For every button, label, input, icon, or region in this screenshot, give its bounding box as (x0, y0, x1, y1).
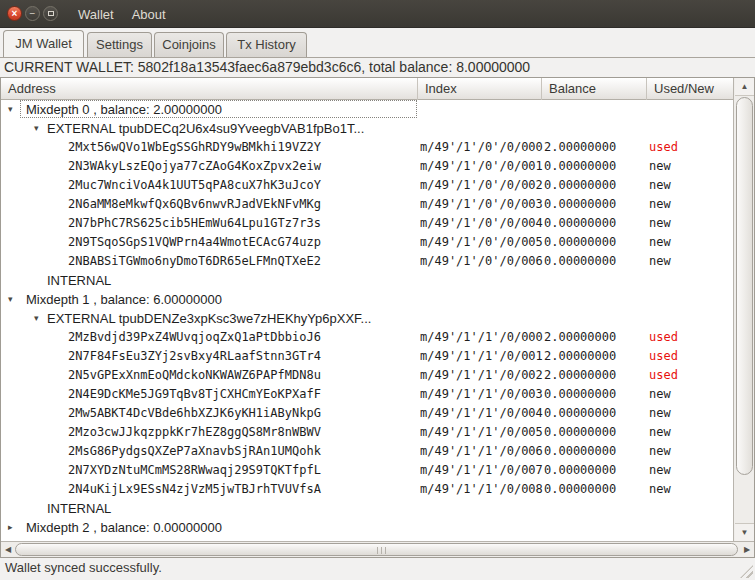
column-header-used-new[interactable]: Used/New (647, 78, 734, 100)
tree-row[interactable]: ▸Mixdepth 2 , balance: 0.00000000 (1, 518, 733, 537)
tab-settings[interactable]: Settings (87, 32, 152, 57)
scroll-left-icon[interactable]: ◀ (1, 543, 15, 557)
tree-row[interactable]: 2N4uKijLx9ESsN4zjVzM5jwTBJrhTVUVfsAm/49'… (1, 480, 733, 499)
menu-about[interactable]: About (132, 7, 166, 22)
address-cell: 2N3WAkyLszEQojya77cZAoG4KoxZpvx2eiw (1, 157, 418, 176)
minimize-icon[interactable]: − (25, 6, 40, 21)
tree-row[interactable]: 2N9TSqoSGpS1VQWPrn4a4WmotECAcG74uzpm/49'… (1, 233, 733, 252)
tree-row[interactable]: 2Muc7WnciVoA4k1UUT5qPA8cuX7hK3uJcoYm/49'… (1, 176, 733, 195)
close-icon[interactable]: × (7, 6, 22, 21)
scroll-down-icon[interactable]: ▼ (735, 523, 754, 541)
tree-row[interactable]: 2MzBvdjd39PxZ4WUvqjoqZxQ1aPtDbbioJ6m/49'… (1, 328, 733, 347)
tab-tx-history[interactable]: Tx History (226, 32, 307, 57)
balance-cell: 0.00000000 (544, 480, 647, 499)
status-cell: used (649, 328, 733, 347)
balance-cell: 2.00000000 (544, 366, 647, 385)
balance-cell: 0.00000000 (544, 461, 647, 480)
status-cell (649, 518, 733, 537)
tree-row[interactable]: INTERNAL (1, 271, 733, 290)
address-cell: 2N7XYDzNtuMCmMS28RWwaqj29S9TQKTfpfL (1, 461, 418, 480)
tree-row[interactable]: 2N7bPhC7RS625cib5HEmWu64Lpu1GTz7r3sm/49'… (1, 214, 733, 233)
menubar: Wallet About (78, 0, 166, 28)
tree-row[interactable]: 2N3WAkyLszEQojya77cZAoG4KoxZpvx2eiwm/49'… (1, 157, 733, 176)
tab-pane-border (0, 57, 755, 58)
address-cell: 2Mw5ABKT4DcVBde6hbXZJK6yKH1iAByNkpG (1, 404, 418, 423)
horizontal-scrollbar[interactable]: ◀ ▶ (1, 541, 754, 557)
address-cell: EXTERNAL tpubDECq2U6x4su9YveegbVAB1fpBo1… (1, 119, 418, 138)
tree-row[interactable]: ▾EXTERNAL tpubDECq2U6x4su9YveegbVAB1fpBo… (1, 119, 733, 138)
status-cell (649, 119, 733, 138)
tree-row[interactable]: 2NBABSiTGWmo6nyDmoT6DR65eLFMnQTXeE2m/49'… (1, 252, 733, 271)
wallet-tree: Address Index Balance Used/New ▾Mixdepth… (0, 77, 755, 558)
status-cell: used (649, 347, 733, 366)
balance-cell: 0.00000000 (544, 404, 647, 423)
address-cell: 2NBABSiTGWmo6nyDmoT6DR65eLFMnQTXeE2 (1, 252, 418, 271)
index-cell: m/49'/1'/1'/0/005 (420, 423, 544, 442)
tree-row[interactable]: 2N6aMM8eMkwfQx6QBv6nwvRJadVEkNFvMKgm/49'… (1, 195, 733, 214)
status-cell: new (649, 385, 733, 404)
index-cell: m/49'/1'/0'/0/001 (420, 157, 544, 176)
status-cell (649, 271, 733, 290)
tree-row[interactable]: ▾EXTERNAL tpubDENZe3xpKsc3we7zHEKhyYp6pX… (1, 309, 733, 328)
address-cell: 2Mzo3cwJJkqzppkKr7hEZ8ggQS8Mr8nWBWV (1, 423, 418, 442)
balance-cell: 2.00000000 (544, 138, 647, 157)
index-cell: m/49'/1'/1'/0/007 (420, 461, 544, 480)
tree-body: ▾Mixdepth 0 , balance: 2.00000000▾EXTERN… (1, 100, 733, 541)
status-text: Wallet synced successfully. (5, 560, 162, 575)
tree-row[interactable]: 2Mzo3cwJJkqzppkKr7hEZ8ggQS8Mr8nWBWVm/49'… (1, 423, 733, 442)
status-cell: new (649, 480, 733, 499)
index-cell: m/49'/1'/0'/0/003 (420, 195, 544, 214)
address-cell: 2N4uKijLx9ESsN4zjVzM5jwTBJrhTVUVfsA (1, 480, 418, 499)
index-cell: m/49'/1'/0'/0/004 (420, 214, 544, 233)
status-cell (649, 100, 733, 119)
address-cell: 2N7bPhC7RS625cib5HEmWu64Lpu1GTz7r3s (1, 214, 418, 233)
tree-row[interactable]: 2MsG86PydgsQXZeP7aXnavbSjRAn1UMQohkm/49'… (1, 442, 733, 461)
index-cell: m/49'/1'/1'/0/004 (420, 404, 544, 423)
current-wallet-label: CURRENT WALLET: 5802f18a13543faec6a879eb… (4, 58, 752, 77)
close-glyph: × (12, 9, 18, 19)
column-header-balance[interactable]: Balance (542, 78, 647, 100)
status-cell: new (649, 157, 733, 176)
index-cell: m/49'/1'/1'/0/003 (420, 385, 544, 404)
index-cell (420, 100, 544, 119)
tree-row[interactable]: INTERNAL (1, 499, 733, 518)
scroll-up-icon[interactable]: ▲ (735, 78, 754, 96)
vertical-scrollbar[interactable]: ▲ ▼ (733, 78, 754, 541)
address-cell: INTERNAL (1, 271, 418, 290)
index-cell (420, 309, 544, 328)
address-cell: Mixdepth 2 , balance: 0.00000000 (1, 518, 418, 537)
column-header-address[interactable]: Address (1, 78, 418, 100)
resize-grip-icon[interactable] (740, 565, 753, 578)
address-cell: Mixdepth 0 , balance: 2.00000000 (1, 100, 418, 119)
tree-row[interactable]: ▾Mixdepth 1 , balance: 6.00000000 (1, 290, 733, 309)
tree-row[interactable]: 2N5vGPExXnmEoQMdckoNKWAWZ6PAPfMDN8um/49'… (1, 366, 733, 385)
status-cell: new (649, 252, 733, 271)
column-header-index[interactable]: Index (418, 78, 542, 100)
balance-cell (544, 518, 647, 537)
tree-row[interactable]: ▾Mixdepth 0 , balance: 2.00000000 (1, 100, 733, 119)
tab-jm-wallet[interactable]: JM Wallet (3, 30, 84, 57)
vertical-scrollbar-thumb[interactable] (736, 97, 753, 475)
index-cell: m/49'/1'/0'/0/006 (420, 252, 544, 271)
index-cell: m/49'/1'/1'/0/001 (420, 347, 544, 366)
balance-cell: 0.00000000 (544, 233, 647, 252)
index-cell (420, 499, 544, 518)
tree-row[interactable]: 2N7F84FsEu3ZYj2svBxy4RLaafStnn3GTr4m/49'… (1, 347, 733, 366)
tree-row[interactable]: 2N4E9DcKMe5JG9TqBv8TjCXHCmYEoKPXafFm/49'… (1, 385, 733, 404)
address-cell: INTERNAL (1, 499, 418, 518)
status-bar: Wallet synced successfully. (0, 558, 755, 580)
index-cell (420, 518, 544, 537)
menu-wallet[interactable]: Wallet (78, 7, 114, 22)
horizontal-scrollbar-thumb[interactable] (15, 543, 738, 556)
tree-row[interactable]: 2Mxt56wQVo1WbEgSSGhRDY9wBMkhi19VZ2Ym/49'… (1, 138, 733, 157)
tree-row[interactable]: 2Mw5ABKT4DcVBde6hbXZJK6yKH1iAByNkpGm/49'… (1, 404, 733, 423)
balance-cell (544, 499, 647, 518)
balance-cell: 0.00000000 (544, 252, 647, 271)
balance-cell: 0.00000000 (544, 442, 647, 461)
tab-coinjoins[interactable]: Coinjoins (154, 32, 224, 57)
address-cell: EXTERNAL tpubDENZe3xpKsc3we7zHEKhyYp6pXX… (1, 309, 418, 328)
address-cell: 2N9TSqoSGpS1VQWPrn4a4WmotECAcG74uzp (1, 233, 418, 252)
maximize-icon[interactable] (43, 6, 58, 21)
scroll-right-icon[interactable]: ▶ (740, 543, 754, 557)
tree-row[interactable]: 2N7XYDzNtuMCmMS28RWwaqj29S9TQKTfpfLm/49'… (1, 461, 733, 480)
